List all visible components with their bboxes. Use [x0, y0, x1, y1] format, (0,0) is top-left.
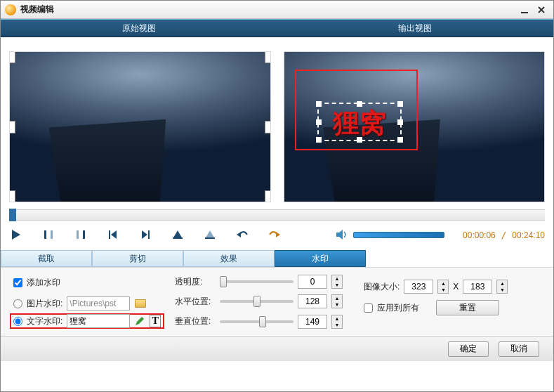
svg-rect-5 — [109, 230, 110, 239]
add-watermark-label: 添加水印 — [27, 277, 60, 289]
svg-rect-1 — [44, 230, 46, 239]
output-preview[interactable]: 狸窝 — [284, 51, 546, 202]
x-separator: X — [453, 282, 459, 292]
window-title: 视频编辑 — [20, 4, 54, 15]
browse-button[interactable] — [134, 297, 147, 310]
volume-slider[interactable] — [353, 232, 444, 238]
hpos-label: 水平位置: — [175, 296, 216, 308]
original-preview[interactable] — [9, 51, 271, 202]
image-size-label: 图像大小: — [364, 281, 400, 293]
apply-all-checkbox[interactable] — [364, 303, 373, 313]
text-watermark-radio[interactable] — [13, 317, 22, 326]
cancel-button[interactable]: 取消 — [499, 341, 539, 357]
output-view-label: 输出视图 — [277, 20, 554, 37]
apply-all-label: 应用到所有 — [377, 302, 419, 314]
redo-button[interactable] — [268, 228, 282, 242]
volume-icon[interactable] — [335, 228, 349, 242]
original-view-label: 原始视图 — [1, 20, 277, 37]
opacity-slider[interactable] — [220, 280, 294, 283]
opacity-spin[interactable]: ▲▼ — [331, 275, 343, 289]
goto-start-button[interactable] — [171, 228, 185, 242]
image-watermark-radio[interactable] — [13, 299, 22, 308]
vpos-slider[interactable] — [220, 320, 294, 323]
ok-button[interactable]: 确定 — [448, 341, 489, 357]
image-watermark-label: 图片水印: — [27, 298, 62, 310]
vpos-value[interactable] — [298, 315, 327, 329]
font-button[interactable]: T — [150, 315, 161, 327]
hpos-spin[interactable]: ▲▼ — [331, 294, 343, 308]
tab-crop[interactable]: 截取 — [1, 250, 92, 267]
add-watermark-checkbox[interactable] — [13, 278, 22, 287]
width-field[interactable] — [404, 280, 433, 294]
tab-cut[interactable]: 剪切 — [92, 250, 183, 267]
undo-button[interactable] — [235, 228, 249, 242]
hpos-value[interactable] — [298, 294, 327, 308]
prev-frame-button[interactable] — [106, 228, 120, 242]
opacity-value[interactable] — [298, 275, 327, 289]
svg-rect-7 — [173, 237, 183, 239]
tab-watermark[interactable]: 水印 — [275, 250, 366, 267]
watermark-highlight: 狸窝 — [295, 70, 418, 150]
edit-text-button[interactable] — [134, 315, 145, 327]
minimize-button[interactable] — [517, 4, 532, 16]
timeline[interactable] — [9, 209, 545, 221]
watermark-selection[interactable]: 狸窝 — [317, 103, 402, 141]
pencil-icon — [135, 316, 145, 326]
mark-in-button[interactable] — [41, 228, 55, 242]
timecode: 00:00:06 / 00:24:10 — [463, 230, 545, 240]
folder-icon — [135, 299, 146, 308]
goto-end-button[interactable] — [203, 228, 217, 242]
text-watermark-label: 文字水印: — [27, 315, 62, 327]
svg-rect-6 — [148, 230, 150, 239]
svg-rect-4 — [83, 230, 85, 239]
height-field[interactable] — [463, 280, 492, 294]
play-button[interactable] — [9, 228, 23, 242]
close-button[interactable] — [534, 4, 549, 16]
tab-effect[interactable]: 效果 — [183, 250, 275, 267]
height-spin[interactable]: ▲▼ — [496, 280, 508, 294]
width-spin[interactable]: ▲▼ — [437, 280, 449, 294]
svg-rect-3 — [77, 230, 79, 239]
text-watermark-field[interactable] — [67, 314, 130, 328]
next-frame-button[interactable] — [138, 228, 152, 242]
app-icon — [5, 4, 16, 15]
opacity-label: 透明度: — [175, 276, 216, 288]
mark-out-button[interactable] — [74, 228, 88, 242]
svg-rect-2 — [51, 230, 53, 239]
vpos-label: 垂直位置: — [175, 315, 216, 327]
vpos-spin[interactable]: ▲▼ — [331, 315, 343, 329]
playhead[interactable] — [9, 209, 16, 221]
hpos-slider[interactable] — [220, 300, 294, 303]
svg-rect-0 — [521, 12, 528, 13]
reset-button[interactable]: 重置 — [436, 300, 499, 315]
svg-rect-8 — [205, 237, 215, 239]
image-path-field[interactable] — [67, 296, 130, 311]
